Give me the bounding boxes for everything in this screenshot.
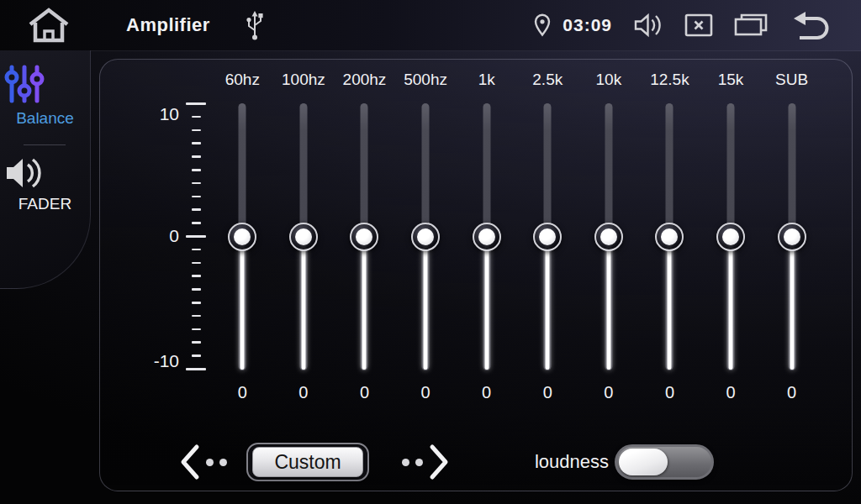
slider-thumb-core <box>417 228 434 245</box>
loudness-toggle-thumb <box>619 449 668 475</box>
slider-thumb[interactable] <box>655 223 684 251</box>
slider-thumb[interactable] <box>594 223 623 251</box>
band-slider[interactable] <box>761 103 822 370</box>
eq-band: 10k 0 <box>578 68 640 463</box>
slider-thumb-core <box>234 228 251 245</box>
band-frequency-label: 100hz <box>273 68 335 92</box>
loudness-label: loudness <box>516 443 609 481</box>
eq-band: 15k 0 <box>700 68 762 463</box>
eq-band: 60hz 0 <box>212 68 273 463</box>
scale-tick <box>192 302 201 304</box>
band-value: 0 <box>639 381 700 404</box>
slider-thumb[interactable] <box>473 223 501 251</box>
slider-fill <box>240 237 245 370</box>
loudness-toggle[interactable] <box>615 444 714 480</box>
scale-tick <box>192 288 201 291</box>
scale-tick <box>192 169 201 171</box>
eq-band: 100hz 0 <box>273 68 335 463</box>
slider-thumb[interactable] <box>350 223 378 251</box>
eq-band: 12.5k 0 <box>639 68 700 463</box>
slider-thumb[interactable] <box>716 223 745 251</box>
band-value: 0 <box>517 381 578 404</box>
close-window-icon[interactable] <box>684 13 713 37</box>
scale-tick <box>192 222 201 224</box>
slider-fill <box>668 237 672 370</box>
sidebar-item-balance[interactable]: Balance <box>0 60 90 128</box>
scale-tick <box>192 354 201 357</box>
band-value: 0 <box>700 381 762 404</box>
band-slider[interactable] <box>334 103 395 370</box>
sidebar-item-fader[interactable]: FADER <box>0 153 90 213</box>
band-slider[interactable] <box>273 103 335 370</box>
scale-tick <box>192 341 201 344</box>
slider-thumb-core <box>600 228 617 245</box>
slider-thumb-core <box>478 228 495 245</box>
preset-prev-button[interactable] <box>180 443 227 481</box>
band-slider[interactable] <box>395 103 457 370</box>
band-slider[interactable] <box>700 103 762 370</box>
statusbar-right-cluster: 03:09 <box>533 0 831 50</box>
chevron-right-icon <box>429 444 449 480</box>
band-slider[interactable] <box>639 103 700 370</box>
band-slider[interactable] <box>456 103 517 370</box>
scale-tick <box>192 315 201 318</box>
scale-tick <box>192 328 201 331</box>
prev-dots <box>206 459 227 466</box>
scale-labels: 10 0 -10 <box>130 103 179 369</box>
slider-thumb[interactable] <box>533 223 562 251</box>
band-frequency-label: 2.5k <box>517 68 578 92</box>
slider-thumb-core <box>722 228 739 245</box>
chevron-left-icon <box>180 444 200 480</box>
eq-band: 200hz 0 <box>334 68 395 463</box>
eq-band: 1k 0 <box>456 68 517 463</box>
scale-tick <box>192 142 201 144</box>
band-frequency-label: 200hz <box>334 68 395 92</box>
scale-tick <box>186 102 206 105</box>
eq-bands: 60hz 0 100hz 0 200hz 0 <box>212 68 822 463</box>
sidebar-item-label: FADER <box>0 195 90 213</box>
slider-fill <box>484 237 489 370</box>
recent-apps-icon[interactable] <box>734 13 768 38</box>
band-value: 0 <box>334 381 395 404</box>
scale-tick <box>192 249 201 251</box>
home-button[interactable] <box>25 7 72 44</box>
slider-fill <box>301 237 305 370</box>
band-slider[interactable] <box>517 103 578 370</box>
band-value: 0 <box>395 381 457 404</box>
eq-band: SUB 0 <box>761 68 822 463</box>
location-icon <box>533 13 552 37</box>
slider-fill <box>729 237 733 370</box>
band-slider[interactable] <box>212 103 273 370</box>
band-slider[interactable] <box>578 103 640 370</box>
slider-fill <box>424 237 428 370</box>
scale-tick <box>186 235 206 238</box>
scale-tick <box>192 155 201 158</box>
scale-ticks <box>186 103 206 369</box>
slider-thumb[interactable] <box>289 223 318 251</box>
speaker-icon <box>0 153 90 193</box>
back-icon[interactable] <box>789 11 831 39</box>
volume-icon[interactable] <box>633 12 663 39</box>
band-frequency-label: 15k <box>700 68 762 92</box>
slider-thumb-core <box>295 228 312 245</box>
slider-fill <box>606 237 610 370</box>
slider-thumb-core <box>784 228 800 245</box>
scale-tick <box>192 208 201 211</box>
usb-icon <box>244 9 266 41</box>
band-frequency-label: 10k <box>578 68 640 92</box>
scale-tick <box>192 182 201 185</box>
clock: 03:09 <box>563 15 612 35</box>
band-frequency-label: 1k <box>456 68 517 92</box>
band-frequency-label: 60hz <box>212 68 273 92</box>
preset-button[interactable]: Custom <box>246 443 369 481</box>
slider-thumb[interactable] <box>778 223 806 251</box>
page-title: Amplifier <box>126 0 210 50</box>
preset-button-label: Custom <box>252 447 363 477</box>
preset-next-button[interactable] <box>402 443 449 481</box>
slider-thumb[interactable] <box>228 223 256 251</box>
scale-label-mid: 0 <box>169 226 179 246</box>
slider-thumb[interactable] <box>411 223 440 251</box>
slider-fill <box>362 237 367 370</box>
band-value: 0 <box>273 381 335 404</box>
slider-thumb-core <box>661 228 678 245</box>
